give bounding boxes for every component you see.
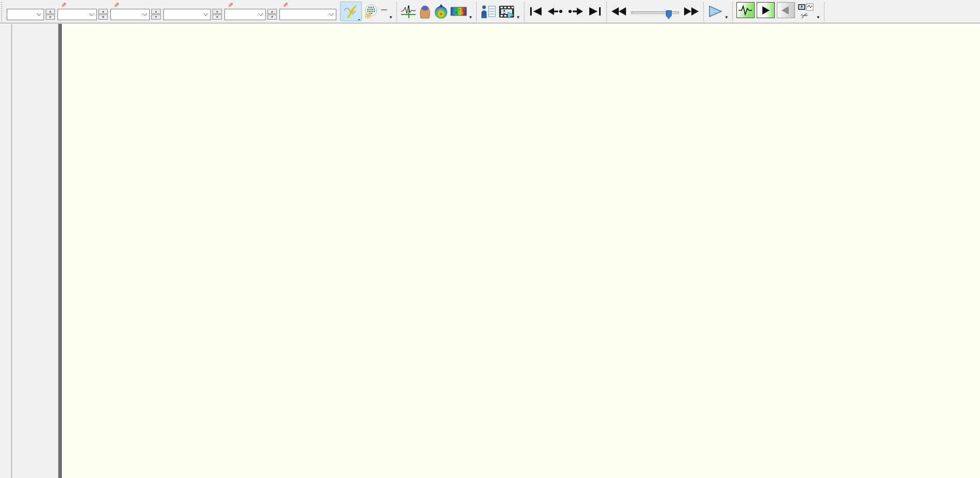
step-back-button[interactable] [545, 2, 565, 21]
spin-up-icon[interactable]: ▲ [46, 9, 55, 14]
gray-play-back-icon [780, 5, 791, 16]
skip-to-end-button[interactable] [587, 2, 603, 21]
label-divider-line [11, 24, 12, 478]
video-film-icon [499, 5, 515, 19]
edit-pencil-icon[interactable]: ✎ [228, 3, 233, 8]
pattern-select[interactable] [163, 9, 211, 20]
spectrogram-icon [450, 6, 467, 17]
green-play-icon [760, 5, 771, 16]
disp-length-combo: ✎ ▲▼ [224, 1, 277, 20]
arrow-left-dot-icon [546, 6, 564, 17]
skip-to-start-button[interactable] [528, 2, 544, 21]
play-forward-page-button[interactable] [757, 2, 775, 18]
rewind-icon [610, 6, 628, 17]
plot-left-divider [58, 24, 62, 478]
spin-up-icon[interactable]: ▲ [151, 9, 161, 14]
topo-map-button[interactable] [433, 2, 449, 21]
head-3d-view-button[interactable] [418, 2, 432, 21]
video-playback-button[interactable] [498, 2, 515, 21]
edit-pencil-icon[interactable]: ✎ [283, 3, 288, 8]
dot-arrow-right-icon [566, 6, 585, 17]
review-waveform-button[interactable] [736, 2, 755, 18]
notch-filter-button[interactable] [340, 2, 362, 21]
spin-down-icon[interactable]: ▼ [46, 15, 55, 20]
edit-pencil-icon[interactable]: ✎ [114, 3, 119, 8]
dsa-spectrogram-button[interactable] [450, 2, 467, 21]
spin-down-icon[interactable]: ▼ [98, 15, 108, 20]
separator [524, 2, 524, 22]
clip-dropdown-icon[interactable]: ▼ [816, 15, 820, 20]
datetime-block [381, 1, 387, 10]
spin-up-icon[interactable]: ▲ [212, 9, 222, 14]
hf-select[interactable] [110, 9, 150, 20]
play-dropdown-icon[interactable]: ▼ [725, 15, 729, 20]
play-button[interactable] [707, 2, 723, 21]
channel-labels [0, 24, 58, 478]
disp-length-spinner[interactable]: ▲▼ [267, 9, 277, 20]
speed-slider[interactable] [631, 2, 679, 14]
skip-start-icon [528, 6, 544, 17]
topo-map-icon [434, 4, 448, 19]
separator [476, 2, 477, 22]
notch-50hz-badge [358, 19, 360, 20]
skip-end-icon [587, 6, 603, 17]
spin-down-icon[interactable]: ▼ [151, 15, 161, 20]
fast-forward-button[interactable] [681, 2, 700, 21]
favorite-combo: ✎ [279, 1, 336, 20]
chevron-down-icon [142, 13, 147, 16]
separator [732, 2, 733, 22]
datetime-dropdown-icon[interactable]: ▼ [389, 15, 393, 20]
spin-up-icon[interactable]: ▲ [267, 9, 277, 14]
cursor-measure-button[interactable] [400, 2, 417, 21]
toolbar-grip [1, 2, 4, 22]
head-3d-icon [418, 4, 432, 19]
separator [703, 2, 704, 22]
edit-pencil-icon[interactable]: ✎ [61, 3, 66, 8]
sens-select[interactable] [7, 9, 44, 20]
slider-track[interactable] [631, 11, 679, 14]
tc-combo: ✎ ▲▼ [58, 1, 108, 20]
patient-info-button[interactable] [480, 2, 497, 21]
separator [606, 2, 607, 22]
step-forward-button[interactable] [566, 2, 586, 21]
green-waveform-icon [738, 5, 752, 16]
separator [396, 2, 397, 22]
rewind-button[interactable] [610, 2, 629, 21]
favorite-select[interactable] [279, 9, 336, 20]
patient-info-icon [480, 5, 496, 19]
play-backward-page-button[interactable] [777, 2, 795, 18]
electrode-map-gear-icon [363, 4, 379, 19]
hf-spinner[interactable]: ▲▼ [151, 9, 161, 20]
sens-combo: ▲▼ [7, 1, 55, 20]
slider-thumb[interactable] [666, 10, 672, 19]
pattern-spinner[interactable]: ▲▼ [212, 9, 222, 20]
play-outline-icon [707, 5, 723, 18]
chevron-down-icon [203, 13, 208, 16]
waveform-cross-icon [401, 5, 416, 19]
film-scissors-icon: ✂ [797, 3, 815, 20]
hf-combo: ✎ ▲▼ [110, 1, 161, 20]
chevron-down-icon [329, 13, 334, 16]
eeg-plot[interactable] [62, 24, 980, 478]
notch-filter-icon [343, 5, 359, 18]
chevron-down-icon [89, 13, 94, 16]
current-time [381, 9, 387, 10]
svg-text:✂: ✂ [799, 9, 809, 20]
separator [824, 2, 825, 22]
chevron-down-icon [258, 13, 263, 16]
montage-settings-button[interactable] [363, 2, 379, 21]
spin-down-icon[interactable]: ▼ [267, 15, 277, 20]
main-toolbar: ▲▼ ✎ ▲▼ ✎ ▲▼ ▲▼ [0, 0, 980, 23]
views-dropdown-icon[interactable]: ▼ [468, 15, 473, 20]
eeg-display-area [0, 24, 980, 478]
clip-video-button[interactable]: ✂ [797, 2, 815, 21]
tc-select[interactable] [58, 9, 97, 20]
video-dropdown-icon[interactable]: ▼ [516, 15, 520, 20]
sens-spinner[interactable]: ▲▼ [46, 9, 55, 20]
spin-up-icon[interactable]: ▲ [98, 9, 108, 14]
spin-down-icon[interactable]: ▼ [212, 15, 222, 20]
tc-spinner[interactable]: ▲▼ [98, 9, 108, 20]
fast-forward-icon [682, 6, 700, 17]
pattern-combo: ▲▼ [163, 1, 222, 20]
disp-length-select[interactable] [224, 9, 266, 20]
